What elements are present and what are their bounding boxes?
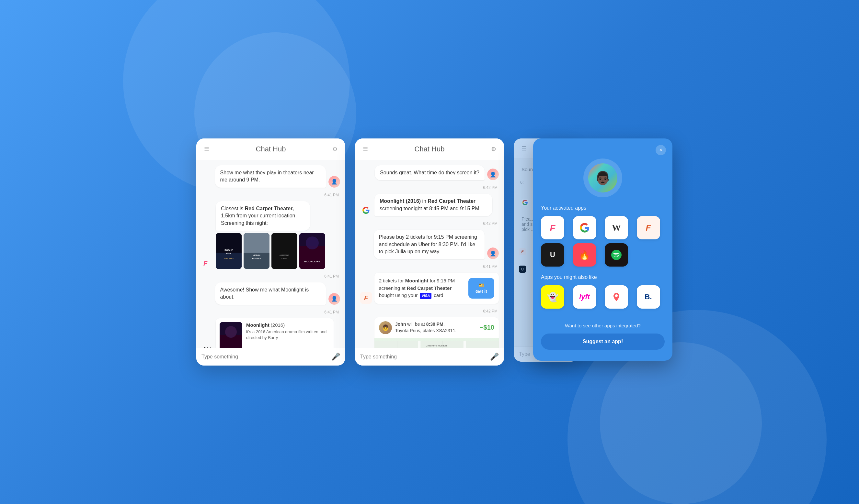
movie-poster: MOONLIGHT	[299, 233, 325, 269]
bg-decoration-4	[600, 342, 762, 504]
panel-2-chat: Sounds great. What time do they screen i…	[355, 160, 504, 348]
apps-header: ×	[533, 139, 673, 155]
fandango-icon-2: F	[360, 292, 372, 304]
movie-poster: ASSASSIN'S CREED	[271, 233, 297, 269]
suggested-apps-title: Apps you might also like	[541, 274, 665, 280]
moonlight-desc: it's a 2016 American drama film written …	[246, 329, 330, 341]
moonlight-title: Moonlight (2016)	[246, 322, 330, 328]
ticket-icon: 🎫	[479, 282, 484, 287]
app-spotify[interactable]	[605, 243, 628, 267]
message-time: 6:42 PM	[360, 185, 499, 190]
message-time: 6:41 PM	[201, 310, 340, 314]
message-row: Show me what they play in theaters near …	[201, 165, 340, 188]
menu-icon-1[interactable]: ☰	[204, 145, 209, 153]
chat-input-2[interactable]	[360, 354, 487, 360]
app-booking[interactable]: B.	[637, 285, 660, 309]
app-tinder[interactable]: 🔥	[573, 243, 596, 267]
svg-rect-10	[271, 233, 297, 269]
mic-icon-2[interactable]: 🎤	[490, 352, 499, 361]
avatar: 👤	[329, 293, 340, 305]
message-time: 6:41 PM	[201, 193, 340, 197]
apps-avatar: 👨🏿	[588, 163, 617, 192]
message-time: 6:42 PM	[360, 309, 499, 313]
suggest-app-button[interactable]: Suggest an app!	[541, 333, 665, 350]
panel-3-container: ☰ Soun... 6: Plea...and s...pick ...	[514, 139, 663, 362]
svg-text:MOONLIGHT: MOONLIGHT	[304, 260, 320, 263]
close-button[interactable]: ×	[655, 145, 666, 155]
svg-rect-32	[464, 341, 466, 348]
svg-text:F: F	[550, 223, 556, 233]
foursquare-icon: F	[201, 257, 213, 269]
svg-text:HIDDEN: HIDDEN	[253, 254, 260, 256]
movie-poster: HIDDEN FIGURES	[244, 233, 270, 269]
app-uber[interactable]: U	[541, 243, 564, 267]
input-area-1: 🎤	[196, 348, 345, 365]
svg-text:ASSASSIN'S: ASSASSIN'S	[280, 254, 290, 256]
app-wikipedia[interactable]: W	[605, 216, 628, 239]
menu-icon-2[interactable]: ☰	[363, 145, 368, 153]
suggest-text: Want to see other apps integrated?	[541, 323, 665, 328]
activated-apps-title: Your activated apps	[541, 205, 665, 211]
message-row: F Closest is Red Carpet Theater, 1.5km f…	[201, 201, 340, 269]
avatar: 👤	[487, 248, 499, 259]
svg-text:F: F	[364, 294, 368, 301]
message-time: 6:41 PM	[201, 274, 340, 279]
svg-text:F: F	[204, 260, 208, 267]
input-area-2: 🎤	[355, 348, 504, 365]
moonlight-card: Moonlight (2016) it's a 2016 American dr…	[216, 318, 334, 348]
chat-input-1[interactable]	[201, 354, 328, 360]
message-row: F 2 tickets for Moonlight for 9:15 PM sc…	[360, 273, 499, 304]
app-fandango[interactable]: F	[637, 216, 660, 239]
message-time: 6:42 PM	[360, 221, 499, 226]
get-it-button[interactable]: 🎫 Get it	[468, 278, 494, 299]
moonlight-info: Moonlight (2016) it's a 2016 American dr…	[246, 322, 330, 341]
svg-rect-2	[216, 253, 242, 269]
uber-text: John will be at 8:30 PM.Toyota Prius, pl…	[395, 321, 477, 334]
gear-icon-1[interactable]: ⚙	[332, 145, 337, 153]
apps-overlay: × 👨🏿 Your activated apps	[533, 139, 673, 361]
mic-icon-1[interactable]: 🎤	[331, 352, 340, 361]
svg-text:ONE: ONE	[226, 252, 231, 255]
app-lyft[interactable]: lyft	[573, 285, 596, 309]
panel-2-header: ☰ Chat Hub ⚙	[355, 139, 504, 160]
message-time: 6:41 PM	[360, 264, 499, 269]
movie-posters: ROGUE ONE STAR WARS	[216, 233, 334, 269]
wiki-icon: W	[201, 344, 213, 348]
app-foursquare[interactable]: F	[541, 216, 564, 239]
message-row: Awesome! Show me what Moonlight is about…	[201, 282, 340, 305]
ticket-info: 2 tickets for Moonlight for 9:15 PM scre…	[379, 277, 465, 299]
svg-point-19	[225, 326, 237, 338]
user-message-bubble: Sounds great. What time do they screen i…	[375, 165, 485, 180]
svg-text:Children's Museum: Children's Museum	[426, 344, 448, 347]
user-message-bubble: Awesome! Show me what Moonlight is about…	[215, 282, 326, 305]
moonlight-poster-thumb	[220, 322, 242, 348]
apps-content: Your activated apps F	[533, 197, 673, 361]
avatar: 👤	[487, 169, 499, 180]
ticket-card: 2 tickets for Moonlight for 9:15 PM scre…	[374, 273, 499, 304]
apps-avatar-container: 👨🏿	[533, 158, 673, 197]
svg-rect-14	[299, 246, 325, 269]
svg-text:FIGURES: FIGURES	[252, 257, 261, 259]
uber-card: 👨 John will be at 8:30 PM.Toyota Prius, …	[374, 317, 499, 348]
menu-icon-3[interactable]: ☰	[522, 145, 527, 152]
panel-1-header: ☰ Chat Hub ⚙	[196, 139, 345, 160]
app-airbnb[interactable]	[605, 285, 628, 309]
activated-apps-grid: F W	[541, 216, 665, 267]
suggest-section: Want to see other apps integrated? Sugge…	[541, 316, 665, 353]
panel-2-title: Chat Hub	[415, 145, 445, 153]
bot-message-bubble: Closest is Red Carpet Theater, 1.5km fro…	[216, 201, 310, 231]
panel-1-title: Chat Hub	[256, 145, 286, 153]
message-row: Sounds great. What time do they screen i…	[360, 165, 499, 180]
svg-rect-7	[244, 233, 270, 253]
gear-icon-2[interactable]: ⚙	[491, 145, 496, 153]
app-snapchat[interactable]: 👻	[541, 285, 564, 309]
app-google[interactable]	[573, 216, 596, 239]
svg-text:ROGUE: ROGUE	[225, 249, 233, 251]
bot-message-bubble: Moonlight (2016) in Red Carpet Theater s…	[374, 194, 492, 216]
movie-poster: ROGUE ONE STAR WARS	[216, 233, 242, 269]
panel-1: ☰ Chat Hub ⚙ Show me what they play in t…	[196, 139, 345, 365]
google-icon-2	[360, 204, 372, 216]
apps-avatar-ring: 👨🏿	[583, 158, 622, 197]
message-row: W Moonlight (2016)	[201, 318, 340, 348]
uber-driver-avatar: 👨	[379, 321, 392, 334]
